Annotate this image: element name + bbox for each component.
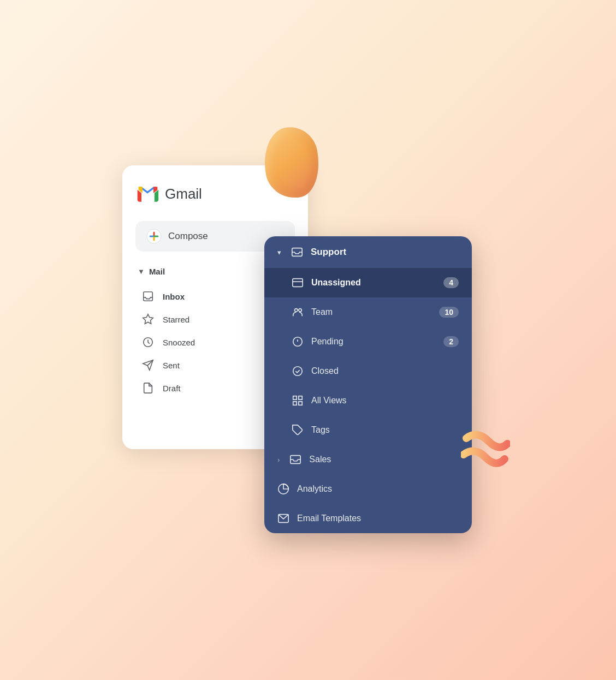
mail-section-label: Mail xyxy=(149,267,165,276)
inbox-icon xyxy=(142,290,154,302)
mail-chevron-icon: ▼ xyxy=(138,267,145,276)
inbox-label: Inbox xyxy=(163,292,185,301)
team-icon xyxy=(292,306,304,318)
team-label: Team xyxy=(311,307,431,317)
email-templates-icon xyxy=(277,512,289,524)
analytics-label: Analytics xyxy=(297,484,459,494)
support-panel: ▾ Support Unassigned 4 Team xyxy=(264,236,472,533)
sent-icon xyxy=(142,359,154,371)
closed-label: Closed xyxy=(311,366,459,376)
snoozed-label: Snoozed xyxy=(163,338,195,347)
svg-marker-8 xyxy=(143,314,153,324)
panel-item-sales[interactable]: › Sales xyxy=(264,445,472,474)
svg-rect-23 xyxy=(299,402,302,405)
compose-label: Compose xyxy=(168,231,208,242)
all-views-label: All Views xyxy=(311,396,459,405)
draft-label: Draft xyxy=(163,384,181,393)
svg-point-15 xyxy=(299,309,302,312)
tags-icon xyxy=(292,424,304,436)
pending-badge: 2 xyxy=(443,336,459,347)
decorative-squiggle xyxy=(461,427,510,471)
support-chevron-icon: ▾ xyxy=(277,248,281,257)
scene: Gmail Compose ▼ Mail xyxy=(90,94,526,586)
compose-plus-icon xyxy=(146,229,162,244)
panel-item-email-templates[interactable]: Email Templates xyxy=(264,504,472,533)
pending-icon xyxy=(292,336,304,348)
sales-icon xyxy=(289,454,301,466)
starred-icon xyxy=(142,313,154,325)
svg-rect-7 xyxy=(144,292,153,301)
svg-rect-21 xyxy=(299,396,302,399)
email-templates-label: Email Templates xyxy=(297,514,459,523)
analytics-icon xyxy=(277,483,289,495)
sent-label: Sent xyxy=(163,361,180,370)
support-label: Support xyxy=(311,247,346,258)
panel-item-all-views[interactable]: All Views xyxy=(264,386,472,415)
svg-rect-20 xyxy=(293,396,297,399)
panel-item-team[interactable]: Team 10 xyxy=(264,297,472,327)
draft-icon xyxy=(142,382,154,394)
panel-item-pending[interactable]: Pending 2 xyxy=(264,327,472,356)
sales-chevron-icon: › xyxy=(277,456,280,464)
all-views-icon xyxy=(292,395,304,407)
gmail-logo-icon xyxy=(135,182,159,206)
gmail-title: Gmail xyxy=(165,186,202,202)
tags-label: Tags xyxy=(311,425,459,435)
svg-rect-13 xyxy=(293,279,303,287)
sales-label: Sales xyxy=(309,455,459,464)
support-inbox-icon xyxy=(291,246,303,258)
closed-icon xyxy=(292,365,304,377)
svg-point-19 xyxy=(293,367,303,376)
pending-label: Pending xyxy=(311,337,436,347)
panel-item-tags[interactable]: Tags xyxy=(264,415,472,445)
unassigned-icon xyxy=(292,277,304,289)
unassigned-label: Unassigned xyxy=(311,278,436,288)
panel-item-unassigned[interactable]: Unassigned 4 xyxy=(264,268,472,297)
panel-item-closed[interactable]: Closed xyxy=(264,356,472,386)
svg-rect-22 xyxy=(293,402,297,405)
team-badge: 10 xyxy=(439,307,459,318)
panel-item-analytics[interactable]: Analytics xyxy=(264,474,472,504)
unassigned-badge: 4 xyxy=(443,277,459,288)
support-section-header[interactable]: ▾ Support xyxy=(264,236,472,268)
starred-label: Starred xyxy=(163,315,189,324)
svg-point-14 xyxy=(295,309,298,312)
snoozed-icon xyxy=(142,336,154,348)
